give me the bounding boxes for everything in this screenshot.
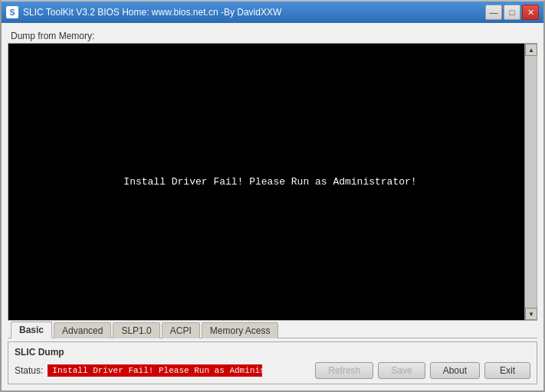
slic-dump-label: SLIC Dump bbox=[15, 347, 530, 358]
dump-display: Install Driver Fail! Please Run as Admin… bbox=[8, 44, 537, 320]
status-label: Status: bbox=[15, 365, 43, 376]
action-buttons: Refresh Save About Exit bbox=[315, 362, 530, 379]
dump-display-container: Install Driver Fail! Please Run as Admin… bbox=[8, 43, 537, 321]
slic-dump-panel: SLIC Dump Status: Install Driver Fail! P… bbox=[8, 341, 537, 384]
minimize-button[interactable]: — bbox=[485, 5, 502, 20]
status-value: Install Driver Fail! Please Run as Admin… bbox=[48, 364, 262, 377]
window-controls: — □ ✕ bbox=[485, 5, 539, 20]
scroll-down-button[interactable]: ▼ bbox=[525, 308, 537, 320]
maximize-button[interactable]: □ bbox=[504, 5, 520, 20]
about-button[interactable]: About bbox=[430, 362, 480, 379]
tab-basic[interactable]: Basic bbox=[11, 322, 52, 338]
exit-button[interactable]: Exit bbox=[484, 362, 530, 379]
main-content: Dump from Memory: Install Driver Fail! P… bbox=[2, 23, 543, 390]
title-bar: S SLIC ToolKit V3.2 BIOS Home: www.bios.… bbox=[2, 2, 543, 23]
save-button[interactable]: Save bbox=[378, 362, 425, 379]
tab-advanced[interactable]: Advanced bbox=[54, 322, 111, 338]
window-title: SLIC ToolKit V3.2 BIOS Home: www.bios.ne… bbox=[23, 7, 485, 18]
refresh-button[interactable]: Refresh bbox=[315, 362, 373, 379]
tab-slp10[interactable]: SLP1.0 bbox=[113, 322, 159, 338]
dump-section-label: Dump from Memory: bbox=[8, 29, 537, 43]
dump-section: Dump from Memory: Install Driver Fail! P… bbox=[8, 29, 537, 321]
app-icon: S bbox=[6, 6, 18, 18]
main-window: S SLIC ToolKit V3.2 BIOS Home: www.bios.… bbox=[0, 0, 545, 392]
tab-memory-acess[interactable]: Memory Acess bbox=[202, 322, 279, 338]
dump-scrollbar: ▲ ▼ bbox=[524, 44, 537, 320]
status-row: Status: Install Driver Fail! Please Run … bbox=[15, 362, 530, 379]
dump-message: Install Driver Fail! Please Run as Admin… bbox=[123, 176, 416, 188]
scroll-up-button[interactable]: ▲ bbox=[525, 44, 537, 56]
tabs-container: Basic Advanced SLP1.0 ACPI Memory Acess bbox=[8, 321, 537, 338]
close-button[interactable]: ✕ bbox=[522, 5, 539, 20]
scroll-track[interactable] bbox=[525, 56, 537, 308]
tab-acpi[interactable]: ACPI bbox=[162, 322, 200, 338]
